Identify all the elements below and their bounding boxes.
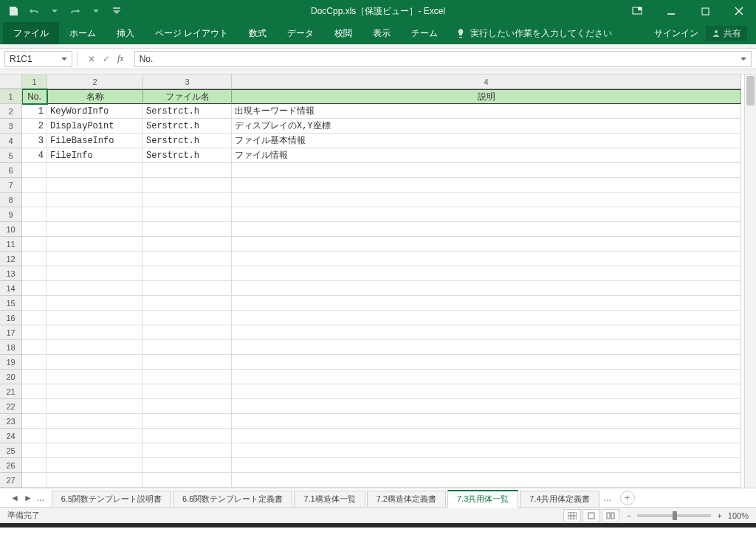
tab-insert[interactable]: 挿入 [106,22,145,44]
row-header[interactable]: 23 [0,414,21,429]
cells-area[interactable]: 1 2 3 4 No. 名称 ファイル名 説明 1 KeyWordInfo Se… [22,75,744,488]
sheet-tab[interactable]: 7.4共用体定義書 [520,491,599,507]
zoom-out-button[interactable]: − [627,511,631,520]
sheet-tab[interactable]: 6.5関数テンプレート説明書 [52,491,171,507]
row-header[interactable]: 15 [0,296,21,311]
cell[interactable]: 1 [22,104,47,119]
row-header[interactable]: 24 [0,429,21,443]
qat-dropdown-icon[interactable] [87,2,105,20]
row-header[interactable]: 25 [0,443,21,458]
cell[interactable]: KeyWordInfo [47,104,143,119]
page-break-view-icon[interactable] [602,509,619,522]
cell[interactable]: ファイル基本情報 [232,134,741,148]
cell[interactable]: Serstrct.h [143,119,232,134]
cell[interactable]: ディスプレイのX,Y座標 [232,119,741,134]
tab-next-icon[interactable]: ► [22,493,34,503]
tab-page-layout[interactable]: ページ レイアウト [145,22,238,44]
select-all-corner[interactable] [0,75,21,89]
row-header[interactable]: 27 [0,473,21,488]
row-header[interactable]: 12 [0,252,21,266]
tab-more-icon[interactable]: ... [35,493,46,503]
column-header[interactable]: 4 [232,75,741,89]
row-header[interactable]: 3 [0,119,21,134]
qat-customize-icon[interactable] [108,2,126,20]
tab-team[interactable]: チーム [401,22,448,44]
row-header[interactable]: 18 [0,340,21,355]
cell[interactable]: 説明 [232,89,741,104]
scrollbar-thumb[interactable] [746,76,755,106]
row-header[interactable]: 13 [0,266,21,281]
cell[interactable]: 3 [22,134,47,148]
cell[interactable]: Serstrct.h [143,148,232,163]
cell[interactable]: 4 [22,148,47,163]
enter-icon[interactable]: ✓ [103,54,110,64]
tab-review[interactable]: 校閲 [324,22,362,44]
sheet-tab[interactable]: 7.2構造体定義書 [367,491,446,507]
add-sheet-button[interactable]: + [620,491,635,505]
column-header[interactable]: 2 [47,75,143,89]
save-icon[interactable] [4,2,22,20]
tell-me-search[interactable]: 実行したい作業を入力してください [456,27,612,40]
row-header[interactable]: 4 [0,134,21,148]
cell[interactable]: ファイル情報 [232,148,741,163]
signin-link[interactable]: サインイン [654,27,698,40]
row-header[interactable]: 10 [0,222,21,237]
row-header[interactable]: 21 [0,384,21,399]
tab-prev-icon[interactable]: ◄ [9,493,21,503]
row-header[interactable]: 26 [0,458,21,473]
cell[interactable]: DisplayPoint [47,119,143,134]
row-header[interactable]: 2 [0,104,21,119]
row-header[interactable]: 8 [0,193,21,207]
row-header[interactable]: 19 [0,355,21,370]
redo-icon[interactable] [66,2,84,20]
vertical-scrollbar[interactable] [744,75,756,488]
tab-more-icon[interactable]: ... [601,493,614,503]
row-header[interactable]: 6 [0,163,21,178]
row-header[interactable]: 9 [0,207,21,222]
sheet-tab[interactable]: 7.1構造体一覧 [294,491,365,507]
row-header[interactable]: 5 [0,148,21,163]
cell[interactable]: FileBaseInfo [47,134,143,148]
row-header[interactable]: 1 [0,89,21,104]
qat-dropdown-icon[interactable] [46,2,63,20]
page-layout-view-icon[interactable] [583,509,600,522]
tab-file[interactable]: ファイル [3,22,59,44]
cancel-icon[interactable]: ✕ [88,54,95,64]
share-button[interactable]: 共有 [706,26,747,41]
cell[interactable]: 2 [22,119,47,134]
zoom-level[interactable]: 100% [728,511,749,520]
undo-icon[interactable] [25,2,43,20]
tab-view[interactable]: 表示 [362,22,401,44]
row-header[interactable]: 14 [0,281,21,296]
tab-data[interactable]: データ [277,22,324,44]
zoom-slider-thumb[interactable] [673,511,677,520]
formula-input[interactable]: No. [134,51,752,67]
zoom-in-button[interactable]: + [717,511,721,520]
row-header[interactable]: 20 [0,370,21,384]
row-header[interactable]: 11 [0,237,21,252]
zoom-slider[interactable] [637,514,711,517]
close-button[interactable] [722,0,756,22]
normal-view-icon[interactable] [563,509,581,522]
name-box[interactable]: R1C1 [4,51,72,67]
ribbon-options-icon[interactable] [620,0,654,22]
row-header[interactable]: 7 [0,178,21,193]
row-header[interactable]: 17 [0,325,21,340]
cell[interactable]: 名称 [47,89,143,104]
cell[interactable]: Serstrct.h [143,134,232,148]
maximize-button[interactable] [688,0,722,22]
cell[interactable]: FileInfo [47,148,143,163]
tab-home[interactable]: ホーム [59,22,106,44]
cell[interactable]: ファイル名 [143,89,232,104]
cell[interactable]: 出現キーワード情報 [232,104,741,119]
column-header[interactable]: 3 [143,75,232,89]
row-header[interactable]: 16 [0,311,21,325]
row-header[interactable]: 22 [0,399,21,414]
minimize-button[interactable] [654,0,688,22]
cell[interactable]: No. [22,89,47,104]
sheet-tab[interactable]: 6.6関数テンプレート定義書 [173,491,292,507]
sheet-tab[interactable]: 7.3共用体一覧 [447,490,518,508]
column-header[interactable]: 1 [22,75,47,89]
tab-formulas[interactable]: 数式 [238,22,277,44]
cell[interactable]: Serstrct.h [143,104,232,119]
